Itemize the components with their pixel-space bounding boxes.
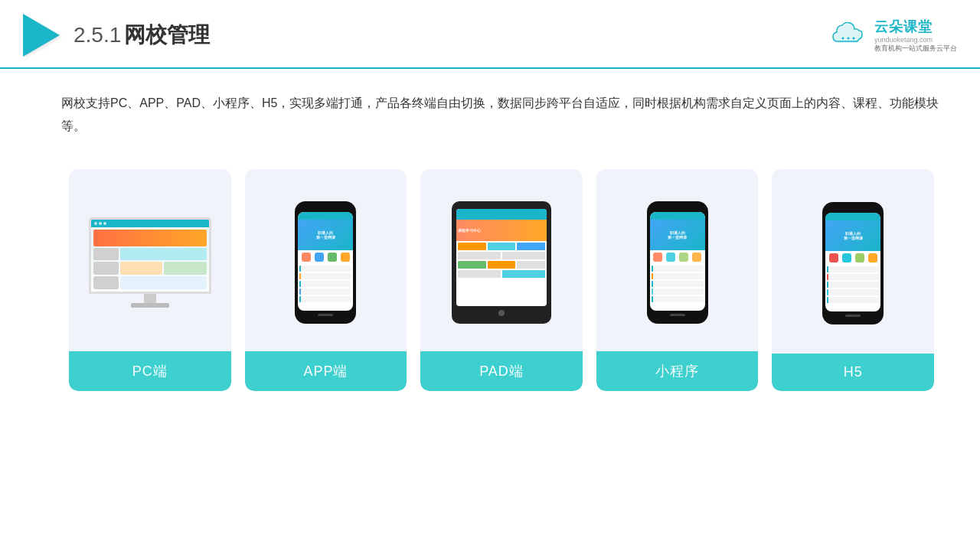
phone-notch	[316, 206, 335, 210]
device-card-pc: PC端	[69, 169, 231, 391]
title-number: 2.5.1	[74, 23, 121, 47]
app-image-area: 职通人的第一堂网课	[257, 184, 395, 341]
h5-phone-notch	[844, 207, 862, 211]
svg-point-2	[853, 37, 855, 40]
app-phone-screen: 职通人的第一堂网课	[298, 212, 353, 311]
brand-url: yunduoketang.com	[874, 36, 933, 44]
mini-image-area: 职通人的第一堂网课	[609, 184, 746, 341]
svg-point-0	[842, 37, 844, 40]
page-header: 2.5.1网校管理 云朵课堂 yunduoketang.com 教育机构一站式服…	[0, 0, 980, 69]
mini-phone-notch	[668, 206, 687, 210]
app-phone-frame: 职通人的第一堂网课	[295, 201, 356, 324]
tablet-screen: 课程学习中心	[456, 209, 547, 306]
device-card-h5: 职通人的第一堂网课	[772, 169, 934, 391]
mini-home-indicator	[670, 314, 685, 316]
h5-phone-screen: 职通人的第一堂网课	[825, 213, 880, 311]
device-card-miniprogram: 职通人的第一堂网课	[596, 169, 759, 391]
h5-home-indicator	[845, 315, 861, 317]
brand-text: 云朵课堂 yunduoketang.com 教育机构一站式服务云平台	[874, 18, 957, 54]
page-title: 2.5.1网校管理	[74, 21, 210, 50]
title-text: 网校管理	[124, 23, 210, 47]
home-indicator	[318, 314, 333, 316]
h5-phone: 职通人的第一堂网课	[822, 202, 884, 324]
brand-name: 云朵课堂	[874, 18, 933, 36]
miniprogram-label: 小程序	[596, 351, 759, 391]
h5-phone-frame: 职通人的第一堂网课	[822, 202, 884, 324]
pc-monitor	[89, 217, 211, 308]
pad-tablet: 课程学习中心	[452, 201, 551, 324]
mini-phone-frame: 职通人的第一堂网课	[647, 201, 708, 324]
brand-logo: 云朵课堂 yunduoketang.com 教育机构一站式服务云平台	[828, 18, 957, 54]
description-text: 网校支持PC、APP、PAD、小程序、H5，实现多端打通，产品各终端自由切换，数…	[61, 92, 942, 139]
monitor-stand-base	[131, 303, 169, 308]
tablet-frame: 课程学习中心	[452, 201, 551, 324]
svg-point-1	[848, 37, 850, 40]
cloud-icon	[828, 21, 868, 49]
app-label: APP端	[245, 351, 407, 391]
brand-tagline: 教育机构一站式服务云平台	[874, 44, 957, 54]
pc-label: PC端	[69, 351, 231, 391]
mini-phone-screen: 职通人的第一堂网课	[650, 212, 705, 311]
tablet-button	[498, 310, 505, 316]
h5-label: H5	[772, 354, 934, 391]
monitor-stand-neck	[144, 294, 156, 303]
logo-triangle-icon	[23, 14, 60, 57]
header-left: 2.5.1网校管理	[23, 14, 210, 57]
device-card-app: 职通人的第一堂网课	[245, 169, 407, 391]
pad-label: PAD端	[420, 351, 583, 391]
main-content: 网校支持PC、APP、PAD、小程序、H5，实现多端打通，产品各终端自由切换，数…	[0, 69, 980, 406]
devices-container: PC端 职通人的第一堂网课	[61, 169, 942, 391]
h5-image-area: 职通人的第一堂网课	[784, 184, 922, 343]
pc-image-area	[81, 184, 219, 341]
device-card-pad: 课程学习中心	[420, 169, 583, 391]
app-phone: 职通人的第一堂网课	[295, 201, 356, 324]
monitor-screen	[89, 217, 211, 294]
mini-phone: 职通人的第一堂网课	[647, 201, 708, 324]
pad-image-area: 课程学习中心	[433, 184, 570, 341]
